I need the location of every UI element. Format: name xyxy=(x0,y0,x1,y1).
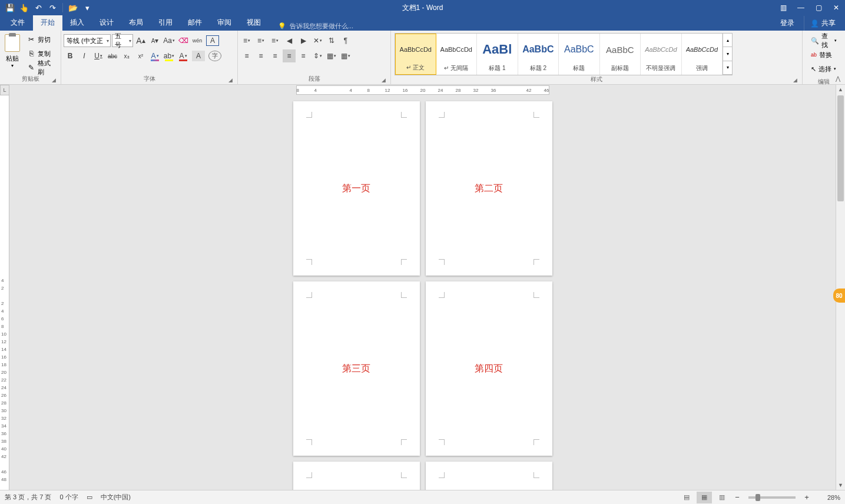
numbering-button[interactable]: ≡▾ xyxy=(254,34,267,47)
clipboard-launcher[interactable]: ◢ xyxy=(50,77,57,84)
align-left-button[interactable]: ≡ xyxy=(240,49,253,62)
zoom-knob[interactable] xyxy=(755,494,760,501)
char-border-button[interactable]: A xyxy=(206,35,219,46)
line-spacing-button[interactable]: ⇕▾ xyxy=(311,49,324,62)
align-right-button[interactable]: ≡ xyxy=(269,49,281,62)
shading-button[interactable]: ▦▾ xyxy=(325,49,338,62)
grow-font-button[interactable]: A▴ xyxy=(134,34,147,47)
copy-button[interactable]: ⎘复制 xyxy=(25,47,58,60)
bullets-button[interactable]: ≡▾ xyxy=(240,34,253,47)
tab-file[interactable]: 文件 xyxy=(2,15,33,31)
shrink-font-button[interactable]: A▾ xyxy=(148,34,161,47)
change-case-button[interactable]: Aa▾ xyxy=(163,34,175,47)
superscript-button[interactable]: x² xyxy=(134,49,147,62)
gallery-scroll-1[interactable]: ▾ xyxy=(723,47,732,61)
tab-review[interactable]: 审阅 xyxy=(210,15,239,31)
print-layout-button[interactable]: ▦ xyxy=(697,492,712,503)
find-button[interactable]: 🔍查找▾ xyxy=(808,34,839,47)
font-color-button[interactable]: A▾ xyxy=(177,49,190,62)
page-1[interactable]: 第一页 xyxy=(293,101,420,276)
decrease-indent-button[interactable]: ◀ xyxy=(283,34,296,47)
select-button[interactable]: ↖选择▾ xyxy=(808,62,839,75)
phonetic-guide-button[interactable]: wén xyxy=(191,34,204,47)
language-status[interactable]: 中文(中国) xyxy=(101,493,131,502)
scroll-up-button[interactable]: ▲ xyxy=(836,85,845,94)
text-effects-button[interactable]: A▾ xyxy=(148,49,161,62)
cut-button[interactable]: ✂剪切 xyxy=(25,33,58,46)
spellcheck-status[interactable]: ▭ xyxy=(87,493,92,501)
tab-mailings[interactable]: 邮件 xyxy=(180,15,210,31)
tab-layout[interactable]: 布局 xyxy=(121,15,151,31)
tab-insert[interactable]: 插入 xyxy=(62,15,92,31)
scroll-thumb[interactable] xyxy=(837,95,844,201)
web-layout-button[interactable]: ▥ xyxy=(714,492,730,503)
touch-mode-button[interactable]: 👆 xyxy=(18,1,31,14)
italic-button[interactable]: I xyxy=(78,49,91,62)
paste-button[interactable]: 粘贴 ▾ xyxy=(2,32,22,74)
vertical-scrollbar[interactable]: ▲ ▼ xyxy=(836,85,845,490)
enclose-chars-button[interactable]: 字 xyxy=(208,51,221,61)
show-marks-button[interactable]: ¶ xyxy=(339,34,352,47)
style-item-5[interactable]: AaBbC副标题 xyxy=(600,34,641,75)
style-item-2[interactable]: AaBl标题 1 xyxy=(477,34,518,75)
styles-launcher[interactable]: ◢ xyxy=(791,77,798,84)
paragraph-launcher[interactable]: ◢ xyxy=(380,77,387,84)
zoom-level[interactable]: 28% xyxy=(814,494,840,501)
strikethrough-button[interactable]: abc xyxy=(106,49,119,62)
multilevel-button[interactable]: ≡▾ xyxy=(269,34,281,47)
borders-button[interactable]: ▦▾ xyxy=(339,49,352,62)
style-item-6[interactable]: AaBbCcDd不明显强调 xyxy=(641,34,682,75)
underline-button[interactable]: U▾ xyxy=(92,49,105,62)
style-item-3[interactable]: AaBbC标题 2 xyxy=(518,34,559,75)
bold-button[interactable]: B xyxy=(64,49,77,62)
share-button[interactable]: 👤 共享 xyxy=(804,16,841,31)
tab-design[interactable]: 设计 xyxy=(92,15,121,31)
style-item-1[interactable]: AaBbCcDd↵ 无间隔 xyxy=(436,34,478,75)
ribbon-options-button[interactable]: ▥ xyxy=(774,0,792,15)
char-shading-button[interactable]: A xyxy=(192,51,205,61)
close-button[interactable]: ✕ xyxy=(827,0,845,15)
redo-button[interactable]: ↷ xyxy=(46,1,59,14)
undo-button[interactable]: ↶ xyxy=(32,1,45,14)
tab-references[interactable]: 引用 xyxy=(151,15,180,31)
gallery-scroll-2[interactable]: ▾ xyxy=(723,61,732,75)
open-button[interactable]: 📂 xyxy=(67,1,79,14)
qat-customize-button[interactable]: ▾ xyxy=(81,1,94,14)
increase-indent-button[interactable]: ▶ xyxy=(297,34,310,47)
login-button[interactable]: 登录 xyxy=(774,16,800,31)
page-3[interactable]: 第三页 xyxy=(293,281,420,456)
subscript-button[interactable]: x₂ xyxy=(120,49,133,62)
save-button[interactable]: 💾 xyxy=(4,1,16,14)
highlight-button[interactable]: ab▾ xyxy=(163,49,175,62)
maximize-button[interactable]: ▢ xyxy=(810,0,827,15)
zoom-out-button[interactable]: − xyxy=(732,492,743,503)
tab-home[interactable]: 开始 xyxy=(33,15,62,31)
vertical-ruler[interactable]: 4224681012141618202224262830323436384042… xyxy=(0,95,9,490)
minimize-button[interactable]: — xyxy=(792,0,810,15)
pages-container[interactable]: 第一页第二页第三页第四页 xyxy=(9,95,836,490)
page-number-status[interactable]: 第 3 页，共 7 页 xyxy=(5,493,51,502)
replace-button[interactable]: ab替换 xyxy=(808,48,834,61)
tab-view[interactable]: 视图 xyxy=(239,15,269,31)
clear-formatting-button[interactable]: ⌫ xyxy=(177,34,190,47)
page-6[interactable] xyxy=(426,462,552,490)
style-item-0[interactable]: AaBbCcDd↵ 正文 xyxy=(395,34,436,75)
side-badge[interactable]: 80 xyxy=(833,289,845,303)
gallery-scroll-0[interactable]: ▴ xyxy=(723,34,732,47)
align-justify-button[interactable]: ≡ xyxy=(283,49,296,62)
page-2[interactable]: 第二页 xyxy=(426,101,552,276)
sort-button[interactable]: ⇅ xyxy=(325,34,338,47)
ruler-corner[interactable]: L xyxy=(0,85,9,95)
read-mode-button[interactable]: ▤ xyxy=(679,492,694,503)
collapse-ribbon-button[interactable]: ⋀ xyxy=(833,74,843,83)
font-size-combo[interactable]: 五号▾ xyxy=(112,34,133,47)
align-center-button[interactable]: ≡ xyxy=(254,49,267,62)
style-item-7[interactable]: AaBbCcDd强调 xyxy=(682,34,723,75)
tell-me-search[interactable]: 💡 告诉我您想要做什么... xyxy=(278,22,353,31)
zoom-in-button[interactable]: + xyxy=(801,492,812,503)
word-count-status[interactable]: 0 个字 xyxy=(59,493,78,502)
zoom-slider[interactable] xyxy=(748,496,796,499)
font-name-combo[interactable]: 等线 (中文正▾ xyxy=(64,34,111,47)
scroll-down-button[interactable]: ▼ xyxy=(836,480,845,490)
horizontal-ruler[interactable]: 8448121620242832364246 xyxy=(296,85,549,95)
